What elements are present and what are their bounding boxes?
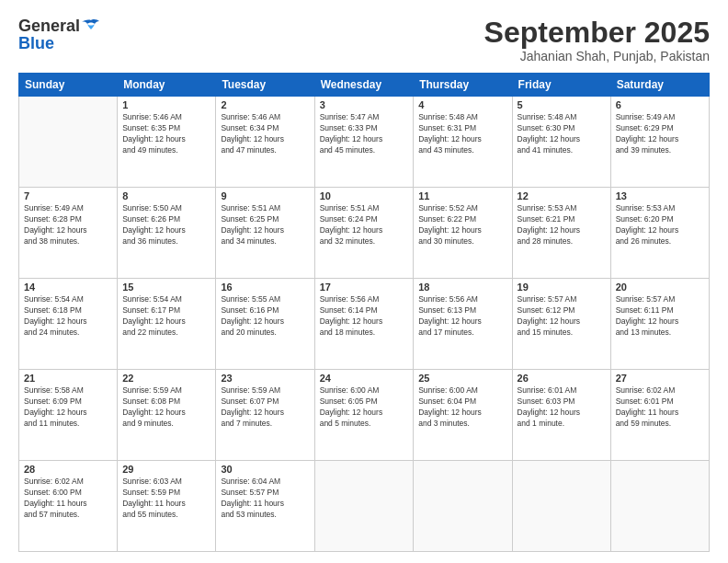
calendar-cell <box>314 461 414 552</box>
day-info: Sunrise: 5:53 AM Sunset: 6:21 PM Dayligh… <box>518 203 606 247</box>
day-info: Sunrise: 5:58 AM Sunset: 6:09 PM Dayligh… <box>24 385 112 430</box>
calendar-cell: 29Sunrise: 6:03 AM Sunset: 5:59 PM Dayli… <box>118 461 216 552</box>
logo-blue: Blue <box>18 34 54 53</box>
calendar-cell: 23Sunrise: 5:59 AM Sunset: 6:07 PM Dayli… <box>216 370 314 461</box>
calendar-cell <box>414 461 512 552</box>
day-info: Sunrise: 5:54 AM Sunset: 6:17 PM Dayligh… <box>122 294 210 339</box>
day-info: Sunrise: 5:53 AM Sunset: 6:20 PM Dayligh… <box>616 203 704 247</box>
day-info: Sunrise: 5:50 AM Sunset: 6:26 PM Dayligh… <box>122 203 210 247</box>
header-sunday: Sunday <box>19 74 118 97</box>
calendar-cell: 7Sunrise: 5:49 AM Sunset: 6:28 PM Daylig… <box>19 188 118 279</box>
day-info: Sunrise: 5:59 AM Sunset: 6:07 PM Dayligh… <box>221 385 309 430</box>
day-info: Sunrise: 6:00 AM Sunset: 6:04 PM Dayligh… <box>418 385 506 430</box>
calendar-cell: 12Sunrise: 5:53 AM Sunset: 6:21 PM Dayli… <box>512 188 610 279</box>
calendar-cell: 3Sunrise: 5:47 AM Sunset: 6:33 PM Daylig… <box>314 97 414 188</box>
calendar-cell: 27Sunrise: 6:02 AM Sunset: 6:01 PM Dayli… <box>610 370 709 461</box>
day-info: Sunrise: 5:51 AM Sunset: 6:24 PM Dayligh… <box>320 203 409 247</box>
day-number: 4 <box>418 99 506 110</box>
day-number: 7 <box>24 190 112 201</box>
day-number: 29 <box>122 464 210 475</box>
calendar-table: Sunday Monday Tuesday Wednesday Thursday… <box>18 73 710 552</box>
calendar-cell: 10Sunrise: 5:51 AM Sunset: 6:24 PM Dayli… <box>314 188 414 279</box>
day-info: Sunrise: 5:46 AM Sunset: 6:35 PM Dayligh… <box>122 112 210 156</box>
calendar-cell: 13Sunrise: 5:53 AM Sunset: 6:20 PM Dayli… <box>610 188 709 279</box>
day-number: 26 <box>518 373 606 384</box>
day-info: Sunrise: 5:49 AM Sunset: 6:28 PM Dayligh… <box>24 203 112 247</box>
calendar-cell: 1Sunrise: 5:46 AM Sunset: 6:35 PM Daylig… <box>118 97 216 188</box>
day-info: Sunrise: 5:49 AM Sunset: 6:29 PM Dayligh… <box>616 112 704 156</box>
day-number: 11 <box>418 190 506 201</box>
day-info: Sunrise: 5:59 AM Sunset: 6:08 PM Dayligh… <box>122 385 210 430</box>
day-number: 27 <box>616 373 704 384</box>
day-number: 20 <box>616 282 704 293</box>
header-friday: Friday <box>512 74 610 97</box>
header-wednesday: Wednesday <box>314 74 414 97</box>
calendar-cell: 18Sunrise: 5:56 AM Sunset: 6:13 PM Dayli… <box>414 279 512 370</box>
day-number: 23 <box>221 373 309 384</box>
calendar-cell: 24Sunrise: 6:00 AM Sunset: 6:05 PM Dayli… <box>314 370 414 461</box>
day-info: Sunrise: 6:00 AM Sunset: 6:05 PM Dayligh… <box>320 385 409 430</box>
day-info: Sunrise: 5:47 AM Sunset: 6:33 PM Dayligh… <box>320 112 409 156</box>
calendar-cell: 15Sunrise: 5:54 AM Sunset: 6:17 PM Dayli… <box>118 279 216 370</box>
calendar-cell: 2Sunrise: 5:46 AM Sunset: 6:34 PM Daylig… <box>216 97 314 188</box>
day-number: 28 <box>24 464 112 475</box>
day-info: Sunrise: 5:52 AM Sunset: 6:22 PM Dayligh… <box>418 203 506 247</box>
calendar-cell: 19Sunrise: 5:57 AM Sunset: 6:12 PM Dayli… <box>512 279 610 370</box>
day-number: 10 <box>320 190 409 201</box>
day-info: Sunrise: 5:55 AM Sunset: 6:16 PM Dayligh… <box>221 294 309 339</box>
logo-bird-icon <box>82 18 100 33</box>
day-info: Sunrise: 5:48 AM Sunset: 6:30 PM Dayligh… <box>518 112 606 156</box>
week-row-5: 28Sunrise: 6:02 AM Sunset: 6:00 PM Dayli… <box>19 461 710 552</box>
day-number: 1 <box>122 99 210 110</box>
header-thursday: Thursday <box>414 74 512 97</box>
location-subtitle: Jahanian Shah, Punjab, Pakistan <box>484 49 710 63</box>
day-info: Sunrise: 5:46 AM Sunset: 6:34 PM Dayligh… <box>221 112 309 156</box>
day-number: 25 <box>418 373 506 384</box>
calendar-cell: 20Sunrise: 5:57 AM Sunset: 6:11 PM Dayli… <box>610 279 709 370</box>
day-number: 19 <box>518 282 606 293</box>
day-number: 9 <box>221 190 309 201</box>
day-number: 30 <box>221 464 309 475</box>
header-saturday: Saturday <box>610 74 709 97</box>
day-info: Sunrise: 6:02 AM Sunset: 6:00 PM Dayligh… <box>24 477 112 521</box>
week-row-3: 14Sunrise: 5:54 AM Sunset: 6:18 PM Dayli… <box>19 279 710 370</box>
header-tuesday: Tuesday <box>216 74 314 97</box>
day-info: Sunrise: 5:56 AM Sunset: 6:14 PM Dayligh… <box>320 294 409 339</box>
day-number: 22 <box>122 373 210 384</box>
day-info: Sunrise: 6:04 AM Sunset: 5:57 PM Dayligh… <box>221 477 309 521</box>
day-number: 6 <box>616 99 704 110</box>
day-number: 3 <box>320 99 409 110</box>
day-number: 5 <box>518 99 606 110</box>
calendar-cell: 30Sunrise: 6:04 AM Sunset: 5:57 PM Dayli… <box>216 461 314 552</box>
calendar-cell: 5Sunrise: 5:48 AM Sunset: 6:30 PM Daylig… <box>512 97 610 188</box>
day-info: Sunrise: 6:03 AM Sunset: 5:59 PM Dayligh… <box>122 477 210 521</box>
calendar-cell: 14Sunrise: 5:54 AM Sunset: 6:18 PM Dayli… <box>19 279 118 370</box>
calendar-cell: 16Sunrise: 5:55 AM Sunset: 6:16 PM Dayli… <box>216 279 314 370</box>
day-number: 2 <box>221 99 309 110</box>
calendar-cell <box>19 97 118 188</box>
calendar-cell: 9Sunrise: 5:51 AM Sunset: 6:25 PM Daylig… <box>216 188 314 279</box>
calendar-cell: 26Sunrise: 6:01 AM Sunset: 6:03 PM Dayli… <box>512 370 610 461</box>
day-number: 24 <box>320 373 409 384</box>
calendar-cell: 6Sunrise: 5:49 AM Sunset: 6:29 PM Daylig… <box>610 97 709 188</box>
calendar-cell: 4Sunrise: 5:48 AM Sunset: 6:31 PM Daylig… <box>414 97 512 188</box>
title-section: September 2025 Jahanian Shah, Punjab, Pa… <box>484 17 710 63</box>
day-info: Sunrise: 5:57 AM Sunset: 6:11 PM Dayligh… <box>616 294 704 339</box>
day-info: Sunrise: 5:54 AM Sunset: 6:18 PM Dayligh… <box>24 294 112 339</box>
logo-general: General <box>18 17 80 36</box>
day-info: Sunrise: 5:57 AM Sunset: 6:12 PM Dayligh… <box>518 294 606 339</box>
calendar-cell: 22Sunrise: 5:59 AM Sunset: 6:08 PM Dayli… <box>118 370 216 461</box>
header: General Blue September 2025 Jahanian Sha… <box>18 17 710 63</box>
week-row-1: 1Sunrise: 5:46 AM Sunset: 6:35 PM Daylig… <box>19 97 710 188</box>
header-monday: Monday <box>118 74 216 97</box>
day-number: 12 <box>518 190 606 201</box>
day-number: 16 <box>221 282 309 293</box>
day-info: Sunrise: 6:02 AM Sunset: 6:01 PM Dayligh… <box>616 385 704 430</box>
day-number: 14 <box>24 282 112 293</box>
day-info: Sunrise: 5:51 AM Sunset: 6:25 PM Dayligh… <box>221 203 309 247</box>
day-number: 21 <box>24 373 112 384</box>
calendar-cell: 28Sunrise: 6:02 AM Sunset: 6:00 PM Dayli… <box>19 461 118 552</box>
day-info: Sunrise: 6:01 AM Sunset: 6:03 PM Dayligh… <box>518 385 606 430</box>
weekday-header-row: Sunday Monday Tuesday Wednesday Thursday… <box>19 74 710 97</box>
calendar-cell <box>512 461 610 552</box>
